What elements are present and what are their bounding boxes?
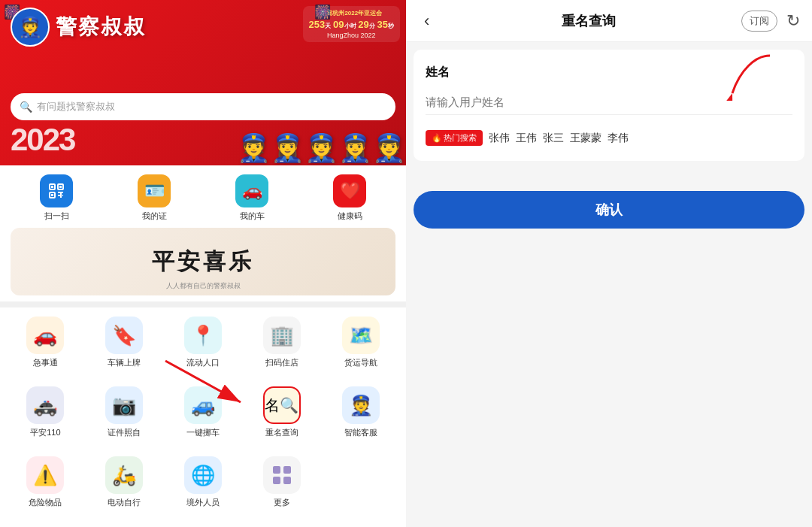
quick-icons-row: 扫一扫 🪪 我的证 🚗 我的车 ❤️ 健康码 [0, 165, 406, 228]
ag-countdown: 253天 09小时 29分 35秒 [309, 19, 394, 30]
menu-grid-section: 🚗 急事通 🔖 车辆上牌 📍 流动人口 🏢 扫码住店 🗺️ 货运导航 [0, 307, 406, 520]
menu-grid-row3: ⚠️ 危险物品 🛵 电动自行 🌐 境外人员 [0, 447, 406, 517]
hot-badge-text: 热门搜索 [444, 132, 477, 144]
banner-chars: 👮 👮‍♀️ 👮 👮‍♀️ 👮 [237, 132, 406, 164]
svg-rect-10 [273, 466, 280, 474]
right-header: ‹ 重名查询 订阅 ↻ [406, 0, 812, 42]
mobile-pop-label: 流动人口 [186, 357, 220, 368]
back-button[interactable]: ‹ [418, 8, 435, 34]
more-icon [263, 456, 301, 494]
char-1: 👮 [237, 132, 271, 164]
mobile-pop-icon: 📍 [184, 317, 222, 354]
freight-label: 货运导航 [344, 357, 377, 368]
banner: 警察叔叔 距离杭州2022年亚运会 253天 09小时 29分 35秒 Hang… [0, 0, 406, 165]
pingan-text: 平安喜乐 [152, 247, 254, 277]
menu-scan-hotel[interactable]: 🏢 扫码住店 [244, 310, 320, 374]
svg-rect-13 [283, 477, 291, 484]
refresh-button[interactable]: ↻ [786, 11, 800, 31]
menu-photo-id[interactable]: 📷 证件照自 [86, 380, 162, 444]
quick-icon-health[interactable]: ❤️ 健康码 [333, 174, 366, 222]
svg-rect-5 [51, 194, 53, 196]
menu-car-track[interactable]: 🚙 一键挪车 [165, 380, 241, 444]
search-placeholder-text: 有问题找警察叔叔 [37, 100, 115, 114]
right-panel: ‹ 重名查询 订阅 ↻ 姓名 🔥热门搜索 [406, 0, 812, 527]
svg-rect-11 [283, 466, 291, 474]
freight-icon: 🗺️ [342, 317, 380, 354]
menu-name-check[interactable]: 名🔍 重名查询 [244, 380, 320, 444]
mycar-label: 我的车 [240, 210, 265, 222]
firework-right: 🎆 [314, 4, 331, 20]
char-5: 👮 [372, 132, 406, 164]
scan-hotel-icon: 🏢 [263, 317, 301, 354]
hot-name-1[interactable]: 张伟 [489, 132, 510, 145]
hot-search-area: 🔥热门搜索 张伟 王伟 张三 王蒙蒙 李伟 [426, 130, 792, 146]
menu-dangerous[interactable]: ⚠️ 危险物品 [8, 450, 83, 514]
overseas-label: 境外人员 [186, 497, 220, 508]
menu-emergency[interactable]: 🚗 急事通 [8, 310, 83, 374]
overseas-icon: 🌐 [184, 456, 222, 494]
pingan-card: 平安喜乐 人人都有自己的警察叔叔 [11, 228, 395, 295]
left-panel: 警察叔叔 距离杭州2022年亚运会 253天 09小时 29分 35秒 Hang… [0, 0, 406, 527]
hot-name-4[interactable]: 王蒙蒙 [570, 132, 601, 145]
health-icon: ❤️ [333, 174, 366, 207]
menu-empty [323, 450, 398, 514]
emergency-label: 急事通 [33, 357, 58, 368]
hot-name-3[interactable]: 张三 [543, 132, 564, 145]
electric-label: 电动自行 [108, 497, 141, 508]
vehicle-icon: 🔖 [105, 317, 143, 354]
svg-rect-4 [59, 186, 62, 188]
hot-badge: 🔥热门搜索 [426, 130, 483, 146]
menu-ping110[interactable]: 🚓 平安110 [8, 380, 83, 444]
scan-hotel-label: 扫码住店 [265, 357, 298, 368]
scan-label: 扫一扫 [44, 210, 69, 222]
name-check-icon: 名🔍 [263, 386, 301, 424]
char-2: 👮‍♀️ [271, 132, 304, 164]
health-label: 健康码 [338, 210, 362, 222]
header-actions: 订阅 ↻ [741, 11, 800, 32]
vehicle-label: 车辆上牌 [108, 357, 141, 368]
menu-overseas[interactable]: 🌐 境外人员 [165, 450, 241, 514]
photo-id-icon: 📷 [105, 386, 143, 424]
scan-icon [40, 174, 73, 207]
police-badge [11, 8, 50, 47]
menu-electric[interactable]: 🛵 电动自行 [86, 450, 162, 514]
quick-icon-scan[interactable]: 扫一扫 [40, 174, 73, 222]
photo-id-label: 证件照自 [108, 427, 141, 438]
menu-grid-row2: 🚓 平安110 📷 证件照自 🚙 一键挪车 名🔍 重名查询 👮 智能客服 [0, 377, 406, 447]
mycar-icon: 🚗 [235, 174, 268, 207]
menu-vehicle[interactable]: 🔖 车辆上牌 [86, 310, 162, 374]
quick-icon-mycar[interactable]: 🚗 我的车 [235, 174, 268, 222]
dangerous-label: 危险物品 [29, 497, 62, 508]
search-bar[interactable]: 🔍 有问题找警察叔叔 [11, 93, 395, 120]
menu-freight[interactable]: 🗺️ 货运导航 [323, 310, 398, 374]
menu-grid-row1: 🚗 急事通 🔖 车辆上牌 📍 流动人口 🏢 扫码住店 🗺️ 货运导航 [0, 307, 406, 377]
ping110-label: 平安110 [30, 427, 60, 438]
name-input-wrap [426, 89, 792, 115]
divider-1 [0, 301, 406, 307]
more-label: 更多 [274, 497, 290, 508]
pingan-subtitle: 人人都有自己的警察叔叔 [166, 281, 241, 291]
electric-icon: 🛵 [105, 456, 143, 494]
hot-name-2[interactable]: 王伟 [516, 132, 537, 145]
menu-smart-cs[interactable]: 👮 智能客服 [323, 380, 398, 444]
banner-title: 警察叔叔 [56, 13, 146, 41]
smart-cs-icon: 👮 [342, 386, 380, 424]
myid-icon: 🪪 [138, 174, 171, 207]
empty-icon [342, 456, 380, 494]
car-track-label: 一键挪车 [186, 427, 220, 438]
car-track-icon: 🚙 [184, 386, 222, 424]
myid-label: 我的证 [142, 210, 167, 222]
smart-cs-label: 智能客服 [344, 427, 377, 438]
field-label: 姓名 [426, 65, 792, 80]
menu-mobile-pop[interactable]: 📍 流动人口 [165, 310, 241, 374]
hot-name-5[interactable]: 李伟 [607, 132, 629, 145]
right-title: 重名查询 [562, 12, 616, 30]
dangerous-icon: ⚠️ [26, 456, 64, 494]
menu-more[interactable]: 更多 [244, 450, 320, 514]
subscribe-button[interactable]: 订阅 [741, 11, 777, 32]
name-input[interactable] [426, 89, 792, 115]
svg-rect-3 [51, 186, 53, 188]
ping110-icon: 🚓 [26, 386, 64, 424]
confirm-button[interactable]: 确认 [414, 191, 804, 229]
quick-icon-myid[interactable]: 🪪 我的证 [138, 174, 171, 222]
